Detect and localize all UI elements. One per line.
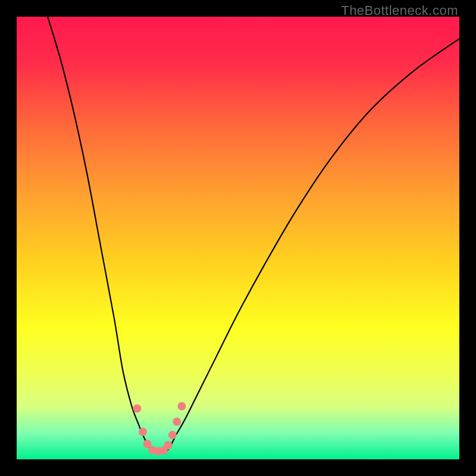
chart-plot-area bbox=[17, 17, 459, 459]
svg-rect-0 bbox=[17, 17, 459, 459]
chart-background-gradient bbox=[17, 17, 459, 459]
